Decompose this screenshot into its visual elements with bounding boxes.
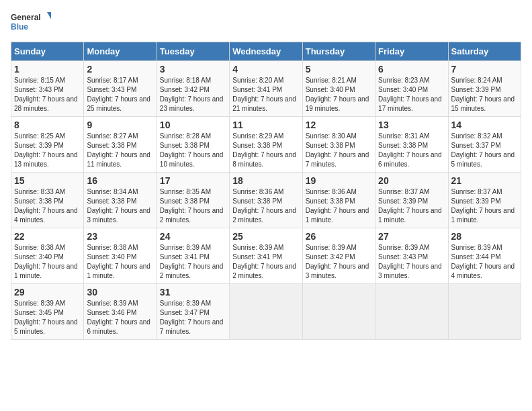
day-number: 10 xyxy=(160,120,226,130)
calendar-day-cell: 19 Sunrise: 8:36 AMSunset: 3:38 PMDaylig… xyxy=(302,173,375,228)
day-number: 14 xyxy=(451,120,518,130)
day-number: 25 xyxy=(232,231,299,242)
day-number: 22 xyxy=(14,231,81,242)
day-number: 16 xyxy=(87,175,153,186)
calendar-day-cell: 23 Sunrise: 8:38 AMSunset: 3:40 PMDaylig… xyxy=(84,228,157,284)
logo-svg: General Blue xyxy=(11,11,51,35)
day-info: Sunrise: 8:38 AMSunset: 3:40 PMDaylight:… xyxy=(87,244,150,279)
day-number: 28 xyxy=(451,231,518,242)
calendar-week-row: 15 Sunrise: 8:33 AMSunset: 3:38 PMDaylig… xyxy=(11,173,521,228)
day-info: Sunrise: 8:39 AMSunset: 3:46 PMDaylight:… xyxy=(87,300,150,335)
calendar-day-cell: 18 Sunrise: 8:36 AMSunset: 3:38 PMDaylig… xyxy=(230,173,302,228)
calendar-day-cell: 4 Sunrise: 8:20 AMSunset: 3:41 PMDayligh… xyxy=(230,61,302,117)
day-info: Sunrise: 8:33 AMSunset: 3:38 PMDaylight:… xyxy=(14,188,78,224)
day-number: 2 xyxy=(87,64,153,75)
calendar-day-cell: 9 Sunrise: 8:27 AMSunset: 3:38 PMDayligh… xyxy=(84,117,157,173)
calendar-day-cell xyxy=(230,284,302,340)
day-number: 19 xyxy=(306,175,372,186)
day-info: Sunrise: 8:35 AMSunset: 3:38 PMDaylight:… xyxy=(160,188,224,224)
calendar-day-cell: 1 Sunrise: 8:15 AMSunset: 3:43 PMDayligh… xyxy=(11,61,84,117)
calendar-day-cell: 5 Sunrise: 8:21 AMSunset: 3:40 PMDayligh… xyxy=(302,61,375,117)
day-number: 29 xyxy=(14,287,81,298)
day-info: Sunrise: 8:39 AMSunset: 3:47 PMDaylight:… xyxy=(160,300,224,335)
calendar-header-row: SundayMondayTuesdayWednesdayThursdayFrid… xyxy=(11,42,521,61)
day-number: 6 xyxy=(378,64,445,75)
day-info: Sunrise: 8:39 AMSunset: 3:41 PMDaylight:… xyxy=(232,244,296,279)
calendar-week-row: 22 Sunrise: 8:38 AMSunset: 3:40 PMDaylig… xyxy=(11,228,521,284)
calendar-day-cell: 15 Sunrise: 8:33 AMSunset: 3:38 PMDaylig… xyxy=(11,173,84,228)
calendar-day-cell: 2 Sunrise: 8:17 AMSunset: 3:43 PMDayligh… xyxy=(84,61,157,117)
day-info: Sunrise: 8:37 AMSunset: 3:39 PMDaylight:… xyxy=(378,188,442,224)
calendar-day-cell: 3 Sunrise: 8:18 AMSunset: 3:42 PMDayligh… xyxy=(157,61,229,117)
day-info: Sunrise: 8:39 AMSunset: 3:45 PMDaylight:… xyxy=(14,300,78,335)
calendar-day-cell: 26 Sunrise: 8:39 AMSunset: 3:42 PMDaylig… xyxy=(302,228,375,284)
calendar-day-cell: 21 Sunrise: 8:37 AMSunset: 3:39 PMDaylig… xyxy=(448,173,521,228)
calendar-day-cell xyxy=(448,284,521,340)
calendar-day-cell: 10 Sunrise: 8:28 AMSunset: 3:38 PMDaylig… xyxy=(157,117,229,173)
calendar-body: 1 Sunrise: 8:15 AMSunset: 3:43 PMDayligh… xyxy=(11,61,521,340)
calendar-day-cell: 20 Sunrise: 8:37 AMSunset: 3:39 PMDaylig… xyxy=(375,173,448,228)
calendar-day-cell: 22 Sunrise: 8:38 AMSunset: 3:40 PMDaylig… xyxy=(11,228,84,284)
calendar-day-cell: 8 Sunrise: 8:25 AMSunset: 3:39 PMDayligh… xyxy=(11,117,84,173)
day-number: 3 xyxy=(160,64,226,75)
day-number: 4 xyxy=(232,64,299,75)
day-of-week-header: Wednesday xyxy=(230,42,302,61)
day-number: 8 xyxy=(14,120,81,130)
day-number: 24 xyxy=(160,231,226,242)
calendar-day-cell: 11 Sunrise: 8:29 AMSunset: 3:38 PMDaylig… xyxy=(230,117,302,173)
day-info: Sunrise: 8:25 AMSunset: 3:39 PMDaylight:… xyxy=(14,132,78,168)
day-info: Sunrise: 8:21 AMSunset: 3:40 PMDaylight:… xyxy=(306,77,369,112)
logo: General Blue xyxy=(11,11,51,35)
day-info: Sunrise: 8:32 AMSunset: 3:37 PMDaylight:… xyxy=(451,132,515,168)
day-info: Sunrise: 8:36 AMSunset: 3:38 PMDaylight:… xyxy=(306,188,369,224)
calendar-week-row: 8 Sunrise: 8:25 AMSunset: 3:39 PMDayligh… xyxy=(11,117,521,173)
page-header: General Blue xyxy=(11,11,521,35)
calendar-day-cell xyxy=(302,284,375,340)
day-number: 31 xyxy=(160,287,226,298)
day-info: Sunrise: 8:18 AMSunset: 3:42 PMDaylight:… xyxy=(160,77,224,112)
day-info: Sunrise: 8:31 AMSunset: 3:38 PMDaylight:… xyxy=(378,132,442,168)
calendar-week-row: 29 Sunrise: 8:39 AMSunset: 3:45 PMDaylig… xyxy=(11,284,521,340)
day-number: 5 xyxy=(306,64,372,75)
day-info: Sunrise: 8:39 AMSunset: 3:41 PMDaylight:… xyxy=(160,244,224,279)
day-info: Sunrise: 8:15 AMSunset: 3:43 PMDaylight:… xyxy=(14,77,78,112)
calendar-week-row: 1 Sunrise: 8:15 AMSunset: 3:43 PMDayligh… xyxy=(11,61,521,117)
day-info: Sunrise: 8:28 AMSunset: 3:38 PMDaylight:… xyxy=(160,132,224,168)
calendar-day-cell: 27 Sunrise: 8:39 AMSunset: 3:43 PMDaylig… xyxy=(375,228,448,284)
day-of-week-header: Sunday xyxy=(11,42,84,61)
day-info: Sunrise: 8:23 AMSunset: 3:40 PMDaylight:… xyxy=(378,77,442,112)
calendar-day-cell: 29 Sunrise: 8:39 AMSunset: 3:45 PMDaylig… xyxy=(11,284,84,340)
day-number: 27 xyxy=(378,231,445,242)
calendar-day-cell: 7 Sunrise: 8:24 AMSunset: 3:39 PMDayligh… xyxy=(448,61,521,117)
day-number: 9 xyxy=(87,120,153,130)
day-number: 30 xyxy=(87,287,153,298)
calendar-day-cell: 25 Sunrise: 8:39 AMSunset: 3:41 PMDaylig… xyxy=(230,228,302,284)
calendar-day-cell: 24 Sunrise: 8:39 AMSunset: 3:41 PMDaylig… xyxy=(157,228,229,284)
day-info: Sunrise: 8:39 AMSunset: 3:43 PMDaylight:… xyxy=(378,244,442,279)
calendar-table: SundayMondayTuesdayWednesdayThursdayFrid… xyxy=(11,42,521,340)
day-number: 23 xyxy=(87,231,153,242)
day-number: 17 xyxy=(160,175,226,186)
day-number: 20 xyxy=(378,175,445,186)
day-number: 21 xyxy=(451,175,518,186)
day-info: Sunrise: 8:24 AMSunset: 3:39 PMDaylight:… xyxy=(451,77,515,112)
calendar-day-cell: 31 Sunrise: 8:39 AMSunset: 3:47 PMDaylig… xyxy=(157,284,229,340)
day-number: 15 xyxy=(14,175,81,186)
calendar-day-cell: 30 Sunrise: 8:39 AMSunset: 3:46 PMDaylig… xyxy=(84,284,157,340)
day-number: 11 xyxy=(232,120,299,130)
calendar-day-cell: 17 Sunrise: 8:35 AMSunset: 3:38 PMDaylig… xyxy=(157,173,229,228)
calendar-day-cell: 12 Sunrise: 8:30 AMSunset: 3:38 PMDaylig… xyxy=(302,117,375,173)
calendar-day-cell: 28 Sunrise: 8:39 AMSunset: 3:44 PMDaylig… xyxy=(448,228,521,284)
day-number: 18 xyxy=(232,175,299,186)
day-number: 7 xyxy=(451,64,518,75)
svg-text:Blue: Blue xyxy=(11,22,28,32)
day-info: Sunrise: 8:37 AMSunset: 3:39 PMDaylight:… xyxy=(451,188,515,224)
day-info: Sunrise: 8:34 AMSunset: 3:38 PMDaylight:… xyxy=(87,188,150,224)
day-info: Sunrise: 8:20 AMSunset: 3:41 PMDaylight:… xyxy=(232,77,296,112)
day-of-week-header: Monday xyxy=(84,42,157,61)
day-of-week-header: Thursday xyxy=(302,42,375,61)
day-info: Sunrise: 8:30 AMSunset: 3:38 PMDaylight:… xyxy=(306,132,369,168)
calendar-day-cell: 14 Sunrise: 8:32 AMSunset: 3:37 PMDaylig… xyxy=(448,117,521,173)
day-number: 13 xyxy=(378,120,445,130)
day-of-week-header: Tuesday xyxy=(157,42,229,61)
